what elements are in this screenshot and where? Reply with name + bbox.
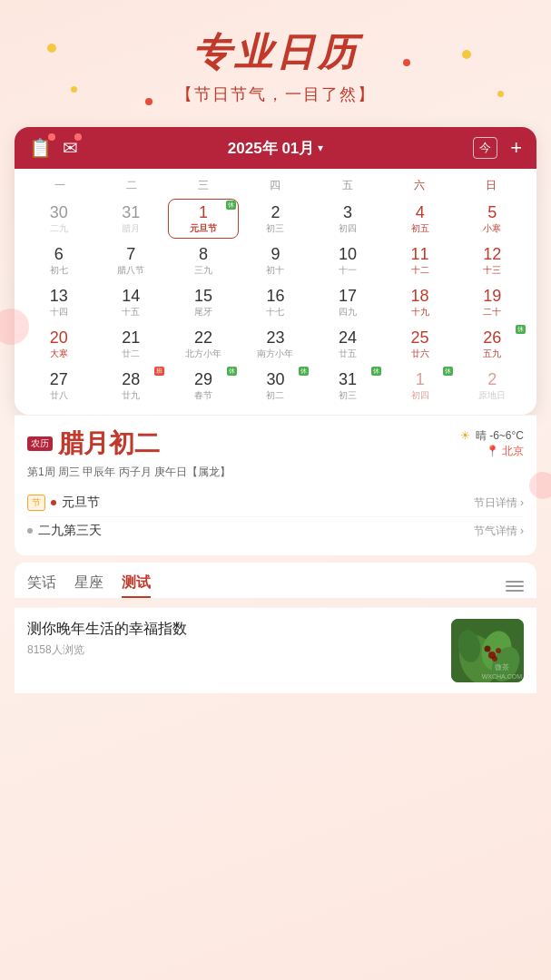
tab-jokes[interactable]: 笑话 — [27, 573, 56, 598]
tab-row: 笑话 星座 测试 — [27, 573, 524, 598]
day-cell[interactable]: 6 初七 — [24, 240, 94, 280]
schedule-badge — [48, 133, 55, 141]
festival-detail-link[interactable]: 节日详情 › — [474, 495, 524, 511]
festival-name: 元旦节 — [62, 495, 100, 511]
day-cell[interactable]: 21 廿二 — [96, 324, 167, 364]
day-cell[interactable]: 19 二十 — [457, 282, 527, 322]
day-cell[interactable]: 16 十七 — [241, 282, 311, 322]
day-cell[interactable]: 9 初十 — [241, 240, 311, 280]
weekday-thu: 四 — [240, 176, 311, 195]
day-cell[interactable]: 27 廿八 — [24, 366, 94, 406]
day-cell[interactable]: 2 初三 — [241, 199, 311, 239]
day-cell[interactable]: 休 26 五九 — [457, 324, 527, 364]
day-cell[interactable]: 休 29 春节 — [168, 366, 239, 406]
day-cell[interactable]: 2 原地日 — [457, 366, 527, 406]
hero-section: 专业日历 【节日节气，一目了然】 — [0, 0, 551, 114]
today-button[interactable]: 今 — [473, 137, 497, 159]
day-cell[interactable]: 13 十四 — [24, 282, 94, 322]
calendar-header: 📋 ✉ 2025年 01月 ▾ 今 + — [15, 127, 536, 169]
deco-pink-right — [529, 472, 551, 499]
tab-items: 笑话 星座 测试 — [27, 573, 151, 598]
day-cell[interactable]: 11 十二 — [385, 240, 456, 280]
day-cell[interactable]: 20 大寒 — [24, 324, 94, 364]
rest-badge: 休 — [371, 367, 381, 376]
jieqi-dot — [27, 528, 33, 534]
day-cell[interactable]: 4 初五 — [385, 199, 456, 239]
jieqi-detail-link[interactable]: 节气详情 › — [474, 524, 524, 539]
lunar-date: 腊月初二 — [58, 426, 160, 461]
content-row: 测你晚年生活的幸福指数 8158人浏览 微茶WXCHA.COM — [27, 619, 524, 682]
day-cell[interactable]: 25 廿六 — [385, 324, 456, 364]
weekday-row: 一 二 三 四 五 六 日 — [24, 176, 527, 195]
festival-dot — [51, 500, 56, 505]
day-cell[interactable]: 14 十五 — [96, 282, 167, 322]
svg-point-6 — [496, 648, 501, 653]
add-button[interactable]: + — [510, 136, 522, 160]
day-cell[interactable]: 7 腊八节 — [96, 240, 167, 280]
festival-row[interactable]: 节 元旦节 节日详情 › — [27, 489, 524, 517]
menu-icon[interactable] — [506, 581, 524, 592]
svg-point-7 — [485, 646, 491, 652]
week-info: 第1周 周三 甲辰年 丙子月 庚午日【属龙】 — [27, 465, 524, 480]
info-section: 农历 腊月初二 ☀ 晴 -6~6°C 📍 北京 第1周 周三 甲辰年 丙子月 庚… — [15, 415, 536, 555]
header-right: 今 + — [473, 136, 522, 160]
day-cell[interactable]: 12 十三 — [457, 240, 527, 280]
festival-badge: 节 — [27, 495, 45, 511]
day-cell[interactable]: 30 二九 — [24, 199, 94, 239]
mail-icon[interactable]: ✉ — [63, 137, 78, 159]
calendar-card: 📋 ✉ 2025年 01月 ▾ 今 + 一 二 三 四 五 六 日 — [15, 127, 536, 415]
calendar-grid: 一 二 三 四 五 六 日 30 二九 31 腊月 休 1 元旦节 — [15, 169, 536, 415]
lunar-date-row: 农历 腊月初二 ☀ 晴 -6~6°C 📍 北京 — [27, 426, 524, 461]
day-cell[interactable]: 24 廿五 — [312, 324, 383, 364]
weekday-sat: 六 — [383, 176, 455, 195]
weekday-fri: 五 — [311, 176, 383, 195]
schedule-icon[interactable]: 📋 — [29, 137, 52, 159]
day-cell[interactable]: 班 28 廿九 — [96, 366, 167, 406]
rest-badge: 休 — [516, 325, 526, 334]
hero-subtitle: 【节日节气，一目了然】 — [18, 83, 533, 105]
location-text: 北京 — [502, 445, 524, 457]
hero-title: 专业日历 — [18, 27, 533, 78]
day-cell[interactable]: 22 北方小年 — [168, 324, 239, 364]
day-today[interactable]: 休 1 元旦节 — [168, 199, 239, 239]
day-cell[interactable]: 17 四九 — [312, 282, 383, 322]
days-grid: 30 二九 31 腊月 休 1 元旦节 2 初三 3 初四 4 初五 — [24, 199, 527, 406]
tab-test[interactable]: 测试 — [122, 573, 151, 598]
weather-info: ☀ 晴 -6~6°C 📍 北京 — [460, 428, 525, 459]
tab-section: 笑话 星座 测试 — [15, 563, 536, 598]
content-thumbnail: 微茶WXCHA.COM — [451, 619, 524, 682]
day-cell[interactable]: 休 1 初四 — [385, 366, 456, 406]
weather-text: 晴 -6~6°C — [476, 429, 524, 442]
rest-badge: 休 — [226, 201, 236, 210]
lunar-label: 农历 — [27, 436, 53, 451]
rest-badge: 休 — [443, 367, 453, 376]
day-cell[interactable]: 8 三九 — [168, 240, 239, 280]
day-cell[interactable]: 10 十一 — [312, 240, 383, 280]
day-cell[interactable]: 5 小寒 — [457, 199, 527, 239]
jieqi-row[interactable]: 二九第三天 节气详情 › — [27, 517, 524, 544]
tab-horoscope[interactable]: 星座 — [74, 573, 103, 598]
content-card[interactable]: 测你晚年生活的幸福指数 8158人浏览 微茶WXCHA.COM — [15, 607, 536, 693]
day-cell[interactable]: 休 31 初三 — [312, 366, 383, 406]
location-pin: 📍 — [486, 445, 499, 457]
rest-badge: 休 — [299, 367, 309, 376]
weekday-tue: 二 — [95, 176, 167, 195]
header-left: 📋 ✉ — [29, 137, 78, 159]
svg-point-8 — [492, 656, 497, 662]
day-cell[interactable]: 15 尾牙 — [168, 282, 239, 322]
work-badge: 班 — [154, 367, 164, 376]
mail-badge — [74, 133, 82, 141]
month-title[interactable]: 2025年 01月 ▾ — [228, 138, 323, 159]
jieqi-name: 二九第三天 — [38, 523, 102, 539]
content-count: 8158人浏览 — [27, 642, 440, 658]
rest-badge: 休 — [227, 367, 237, 376]
content-title: 测你晚年生活的幸福指数 — [27, 619, 440, 639]
day-cell[interactable]: 18 十九 — [385, 282, 456, 322]
weather-icon: ☀ — [460, 429, 470, 442]
day-cell[interactable]: 休 30 初二 — [241, 366, 311, 406]
day-cell[interactable]: 23 南方小年 — [241, 324, 311, 364]
weekday-mon: 一 — [24, 176, 95, 195]
day-cell[interactable]: 3 初四 — [312, 199, 383, 239]
day-cell[interactable]: 31 腊月 — [96, 199, 167, 239]
watermark: 微茶WXCHA.COM — [482, 662, 522, 681]
